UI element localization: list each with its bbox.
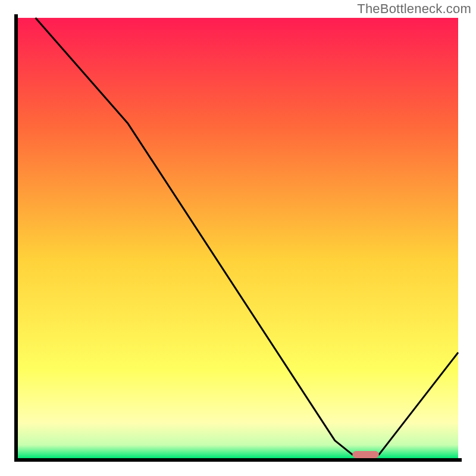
- watermark-text: TheBottleneck.com: [357, 1, 471, 17]
- optimal-range-marker: [352, 451, 378, 458]
- chart-background: [18, 18, 458, 458]
- chart-container: TheBottleneck.com: [0, 0, 476, 476]
- bottleneck-chart: [0, 0, 476, 476]
